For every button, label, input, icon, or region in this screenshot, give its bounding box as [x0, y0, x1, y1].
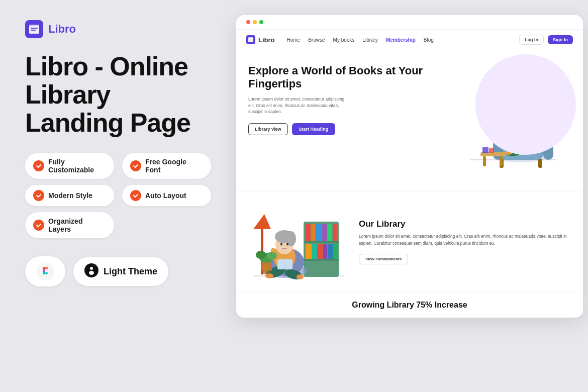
figma-badge: [25, 256, 65, 286]
svg-rect-39: [489, 148, 494, 153]
nav-library[interactable]: Library: [362, 37, 378, 43]
feature-organized-layers: Organized Layers: [25, 212, 114, 238]
svg-rect-16: [248, 37, 253, 39]
nav-browse[interactable]: Browse: [308, 37, 325, 43]
check-icon-4: [130, 190, 141, 201]
main-title: Libro - OnlineLibraryLanding Page: [25, 52, 211, 137]
left-panel: Libro Libro - OnlineLibraryLanding Page …: [0, 0, 236, 392]
growing-title: Growing Library 75% Increase: [248, 301, 571, 310]
theme-icon: [84, 263, 99, 280]
svg-rect-38: [482, 147, 488, 153]
svg-rect-34: [538, 159, 542, 168]
svg-rect-76: [304, 259, 339, 261]
growing-section: Growing Library 75% Increase: [236, 292, 583, 318]
svg-rect-69: [306, 244, 312, 259]
library-description: Lorem ipsum dolor sit amet, consectetur …: [359, 233, 571, 247]
feature-auto-layout: Auto Layout: [122, 185, 211, 206]
svg-rect-73: [328, 244, 333, 259]
start-reading-button[interactable]: Start Reading: [292, 123, 336, 135]
svg-rect-66: [322, 224, 327, 241]
dot-yellow: [253, 20, 257, 24]
svg-point-95: [256, 251, 266, 259]
hero-description: Lorem ipsum dolor sit amet, consectetur …: [248, 96, 349, 115]
svg-rect-37: [500, 156, 503, 166]
nav-blog[interactable]: Blog: [424, 37, 434, 43]
browser-window: Libro Home Browse My books Library Membe…: [236, 15, 583, 318]
svg-rect-71: [317, 244, 323, 259]
library-content: Our Library Lorem ipsum dolor sit amet, …: [359, 219, 571, 264]
nav-home[interactable]: Home: [287, 37, 301, 43]
check-icon-2: [130, 160, 141, 171]
svg-rect-8: [43, 269, 45, 272]
svg-point-96: [267, 252, 277, 260]
hero-bg-circle: [475, 54, 576, 155]
svg-rect-65: [316, 224, 322, 241]
hero-buttons: Library view Start Reading: [248, 123, 450, 135]
brand: Libro: [25, 20, 211, 38]
svg-rect-9: [43, 272, 45, 274]
svg-point-11: [84, 263, 99, 277]
site-nav-links[interactable]: Home Browse My books Library Membership …: [287, 37, 520, 43]
library-view-button[interactable]: Library view: [248, 123, 288, 135]
svg-marker-61: [253, 214, 271, 229]
svg-rect-3: [31, 28, 38, 29]
site-logo: Libro: [246, 35, 275, 44]
svg-rect-4: [31, 30, 36, 31]
svg-point-91: [286, 243, 288, 246]
check-icon-1: [33, 160, 44, 171]
dot-green: [259, 20, 263, 24]
browser-nav-bar: [236, 15, 583, 30]
hero-title: Explore a World of Books at Your Fingert…: [248, 64, 450, 91]
library-section: Our Library Lorem ipsum dolor sit amet, …: [236, 191, 583, 292]
svg-rect-70: [312, 244, 317, 259]
svg-rect-68: [333, 224, 337, 241]
browser-dots: [246, 20, 263, 24]
hero-illustration: [450, 64, 571, 175]
feature-modern-style: Modern Style: [25, 185, 114, 206]
svg-rect-67: [327, 224, 332, 241]
nav-membership[interactable]: Membership: [386, 37, 416, 43]
svg-rect-75: [304, 241, 339, 243]
check-icon-5: [33, 220, 44, 231]
svg-rect-15: [248, 38, 253, 42]
dot-red: [246, 20, 250, 24]
brand-name: Libro: [48, 23, 76, 36]
svg-point-90: [280, 243, 282, 246]
library-title: Our Library: [359, 219, 571, 229]
light-theme-label: Light Theme: [104, 266, 157, 277]
feature-free-google-font: Free Google Font: [122, 153, 211, 179]
signin-button[interactable]: Sign In: [548, 35, 573, 44]
libro-brand-icon: [25, 20, 43, 38]
right-panel: Libro Home Browse My books Library Membe…: [236, 0, 588, 392]
features-grid: Fully Customizable Free Google Font Mode…: [25, 153, 211, 238]
svg-rect-93: [261, 262, 272, 271]
svg-rect-2: [29, 25, 39, 27]
hero-section: Explore a World of Books at Your Fingert…: [236, 50, 583, 191]
svg-rect-6: [43, 267, 45, 269]
feature-fully-customizable: Fully Customizable: [25, 153, 114, 179]
site-logo-icon: [246, 35, 255, 44]
hero-content: Explore a World of Books at Your Fingert…: [248, 64, 450, 135]
svg-point-10: [45, 272, 48, 274]
login-button[interactable]: Log In: [519, 35, 544, 45]
svg-rect-74: [333, 244, 337, 259]
nav-mybooks[interactable]: My books: [333, 37, 355, 43]
site-navbar: Libro Home Browse My books Library Membe…: [236, 30, 583, 50]
svg-point-13: [89, 271, 94, 275]
tool-row: Light Theme: [25, 256, 211, 286]
svg-rect-72: [323, 244, 327, 259]
check-icon-3: [33, 190, 44, 201]
library-person-illustration: [248, 202, 349, 282]
svg-rect-36: [483, 156, 486, 166]
svg-rect-63: [306, 224, 311, 241]
svg-point-82: [297, 274, 304, 279]
site-logo-text: Libro: [258, 36, 275, 44]
library-illustration: [248, 202, 349, 282]
light-theme-badge: Light Theme: [73, 257, 168, 286]
view-commitments-button[interactable]: View commitments: [359, 254, 408, 264]
site-nav-actions: Log In Sign In: [519, 35, 573, 45]
svg-point-12: [90, 267, 93, 270]
figma-icon: [36, 262, 54, 280]
svg-rect-7: [45, 267, 48, 269]
svg-rect-64: [311, 224, 315, 241]
